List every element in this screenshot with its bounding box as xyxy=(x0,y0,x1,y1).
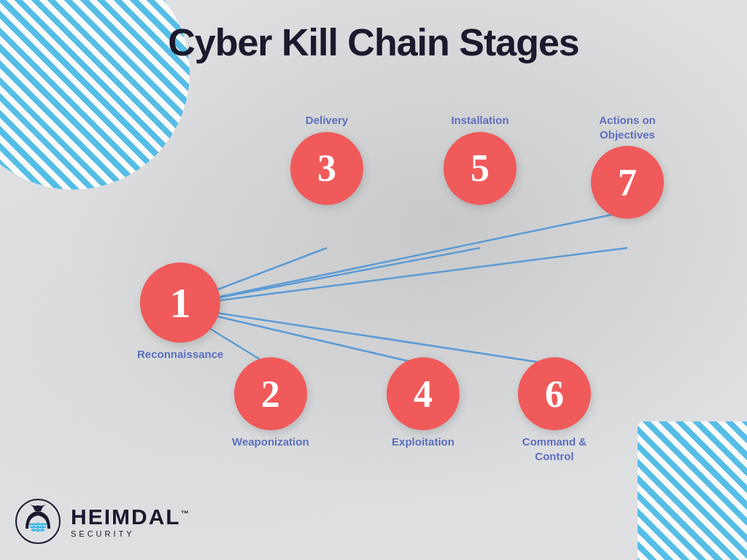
stage-circle-4: 4 xyxy=(387,357,460,430)
deco-stripes-bottomright xyxy=(638,421,747,560)
stage-node-4: 4 Exploitation xyxy=(387,357,460,449)
stage-label-5: Installation xyxy=(451,113,508,128)
stage-circle-6: 6 xyxy=(518,357,591,430)
heimdal-tagline: SECURITY xyxy=(71,529,190,538)
page-title: Cyber Kill Chain Stages xyxy=(0,20,747,64)
stage-circle-5: 5 xyxy=(444,132,516,205)
stage-node-1: 1 Reconnaissance xyxy=(137,262,223,362)
stage-node-3: Delivery 3 xyxy=(290,113,363,205)
stage-circle-2: 2 xyxy=(234,357,307,430)
stage-circle-3: 3 xyxy=(290,132,363,205)
stage-label-3: Delivery xyxy=(306,113,348,128)
heimdal-company-name: HEIMDAL™ xyxy=(71,506,190,528)
app-container: Cyber Kill Chain Stages 1 Reconnaissance… xyxy=(0,0,747,560)
stage-circle-7: 7 xyxy=(591,146,664,219)
heimdal-icon-svg xyxy=(15,498,62,545)
stage-label-2: Weaponization xyxy=(232,435,309,449)
stage-circle-1: 1 xyxy=(140,262,220,343)
stage-node-7: Actions on Objectives 7 xyxy=(591,113,664,219)
stage-node-6: 6 Command & Control xyxy=(518,357,591,463)
stage-node-5: Installation 5 xyxy=(444,113,516,205)
heimdal-text-block: HEIMDAL™ SECURITY xyxy=(71,506,190,538)
stage-label-6: Command & Control xyxy=(522,435,587,463)
stage-label-4: Exploitation xyxy=(392,435,454,449)
stage-label-1: Reconnaissance xyxy=(137,347,223,362)
stage-label-7: Actions on Objectives xyxy=(599,113,656,141)
heimdal-logo: HEIMDAL™ SECURITY xyxy=(15,498,190,545)
stage-node-2: 2 Weaponization xyxy=(232,357,309,449)
